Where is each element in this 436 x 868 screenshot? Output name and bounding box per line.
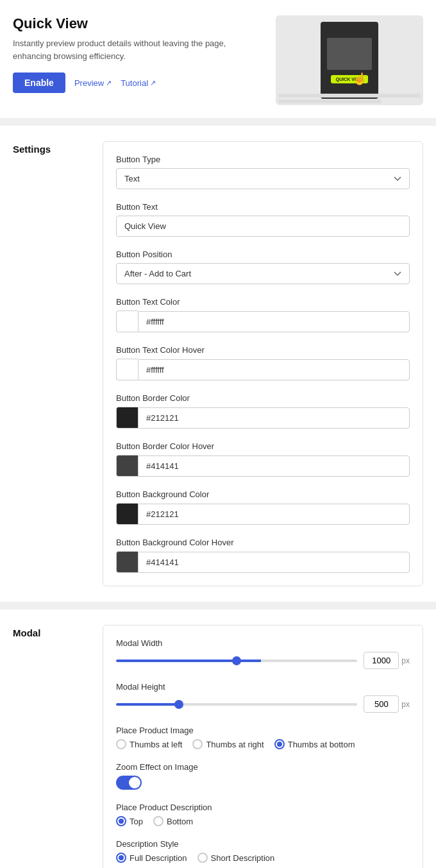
- button-type-label: Button Type: [116, 155, 410, 164]
- button-border-color-swatch[interactable]: [116, 407, 138, 429]
- button-background-color-hover-input[interactable]: [138, 552, 410, 573]
- description-bottom-label: Bottom: [167, 817, 193, 826]
- thumbs-left-label: Thumbs at left: [130, 740, 182, 749]
- cursor-icon: ☝: [353, 72, 367, 86]
- button-text-label: Button Text: [116, 202, 410, 212]
- settings-panel: Button Type Text Icon Icon + Text Button…: [103, 141, 423, 586]
- thumbs-right-label: Thumbs at right: [206, 740, 264, 749]
- modal-width-value-box: px: [364, 652, 410, 669]
- button-position-select[interactable]: After - Add to Cart Before - Add to Cart…: [116, 263, 410, 284]
- button-text-color-input[interactable]: [138, 311, 410, 332]
- thumbs-left-option[interactable]: Thumbs at left: [116, 739, 182, 749]
- description-bottom-radio[interactable]: [153, 816, 164, 826]
- place-product-description-label: Place Product Description: [116, 803, 410, 812]
- button-text-input[interactable]: [116, 216, 410, 237]
- button-text-color-swatch[interactable]: [116, 311, 138, 332]
- modal-height-unit: px: [401, 700, 410, 709]
- place-product-description-options: Top Bottom: [116, 816, 410, 826]
- thumbs-left-radio[interactable]: [116, 739, 126, 749]
- button-border-color-hover-input[interactable]: [138, 455, 410, 477]
- short-description-option[interactable]: Short Description: [197, 853, 275, 863]
- button-text-field: Button Text: [116, 202, 410, 237]
- thumbs-bottom-radio[interactable]: [274, 739, 285, 749]
- button-background-color-input[interactable]: [138, 504, 410, 525]
- hero-actions: Enable Preview Tutorial: [13, 72, 263, 93]
- button-background-color-input-group: [116, 503, 410, 525]
- modal-width-slider[interactable]: [116, 660, 357, 662]
- modal-height-value-box: px: [364, 695, 410, 713]
- button-background-color-hover-field: Button Background Color Hover: [116, 538, 410, 573]
- description-style-options: Full Description Short Description: [116, 853, 410, 863]
- button-text-color-hover-input-group: [116, 359, 410, 380]
- preview-link[interactable]: Preview: [74, 78, 112, 88]
- settings-section: Settings Button Type Text Icon Icon + Te…: [0, 126, 436, 602]
- modal-section: Modal Modal Width px Modal Height: [0, 609, 436, 868]
- full-description-radio[interactable]: [116, 853, 126, 863]
- button-border-color-hover-input-group: [116, 455, 410, 477]
- short-description-radio[interactable]: [197, 853, 208, 863]
- thumbs-right-option[interactable]: Thumbs at right: [192, 739, 264, 749]
- full-description-label: Full Description: [130, 853, 187, 863]
- button-text-color-input-group: [116, 311, 410, 332]
- full-description-option[interactable]: Full Description: [116, 853, 187, 863]
- place-product-image-options: Thumbs at left Thumbs at right Thumbs at…: [116, 739, 410, 749]
- thumbs-bottom-option[interactable]: Thumbs at bottom: [274, 739, 355, 749]
- modal-width-label: Modal Width: [116, 638, 410, 648]
- button-border-color-hover-field: Button Border Color Hover: [116, 441, 410, 477]
- button-text-color-hover-field: Button Text Color Hover: [116, 345, 410, 380]
- enable-button[interactable]: Enable: [13, 72, 65, 93]
- description-style-label: Description Style: [116, 839, 410, 849]
- button-background-color-swatch[interactable]: [116, 503, 138, 525]
- short-description-label: Short Description: [211, 853, 275, 863]
- zoom-effect-field: Zoom Effect on Image: [116, 762, 410, 790]
- hero-title: Quick View: [13, 15, 263, 32]
- description-bottom-option[interactable]: Bottom: [153, 816, 193, 826]
- button-text-color-hover-swatch[interactable]: [116, 359, 138, 380]
- button-border-color-hover-swatch[interactable]: [116, 455, 138, 477]
- button-position-field: Button Position After - Add to Cart Befo…: [116, 250, 410, 284]
- modal-height-label: Modal Height: [116, 682, 410, 692]
- modal-height-input[interactable]: [364, 695, 399, 713]
- modal-width-field: Modal Width px: [116, 638, 410, 669]
- button-text-color-field: Button Text Color: [116, 297, 410, 332]
- hero-left: Quick View Instantly preview product det…: [13, 15, 276, 93]
- button-text-color-hover-label: Button Text Color Hover: [116, 345, 410, 355]
- button-text-color-label: Button Text Color: [116, 297, 410, 307]
- tutorial-link[interactable]: Tutorial: [121, 78, 156, 88]
- button-border-color-label: Button Border Color: [116, 393, 410, 403]
- preview-bg-lines: [276, 92, 423, 105]
- button-background-color-hover-swatch[interactable]: [116, 551, 138, 573]
- thumbs-bottom-label: Thumbs at bottom: [288, 740, 355, 749]
- zoom-effect-toggle[interactable]: [116, 776, 142, 790]
- button-text-color-hover-input[interactable]: [138, 359, 410, 380]
- modal-width-input[interactable]: [364, 652, 399, 669]
- button-type-select[interactable]: Text Icon Icon + Text: [116, 168, 410, 189]
- modal-width-unit: px: [401, 656, 410, 665]
- thumbs-right-radio[interactable]: [192, 739, 203, 749]
- description-top-radio[interactable]: [116, 816, 126, 826]
- settings-label: Settings: [13, 141, 90, 586]
- zoom-effect-label: Zoom Effect on Image: [116, 762, 410, 772]
- button-border-color-input[interactable]: [138, 407, 410, 429]
- button-border-color-hover-label: Button Border Color Hover: [116, 441, 410, 451]
- hero-description: Instantly preview product details withou…: [13, 37, 263, 62]
- place-product-image-field: Place Product Image Thumbs at left Thumb…: [116, 726, 410, 749]
- modal-width-slider-row: px: [116, 652, 410, 669]
- description-top-label: Top: [130, 817, 143, 826]
- description-style-field: Description Style Full Description Short…: [116, 839, 410, 863]
- modal-height-slider-row: px: [116, 695, 410, 713]
- modal-label: Modal: [13, 625, 90, 868]
- hero-section: Quick View Instantly preview product det…: [0, 0, 436, 118]
- modal-panel: Modal Width px Modal Height px: [103, 625, 423, 868]
- modal-height-field: Modal Height px: [116, 682, 410, 713]
- button-background-color-hover-label: Button Background Color Hover: [116, 538, 410, 547]
- place-product-image-label: Place Product Image: [116, 726, 410, 735]
- modal-height-slider[interactable]: [116, 703, 357, 706]
- preview-mockup: QUICK VIEW ☝: [321, 22, 378, 99]
- button-background-color-field: Button Background Color: [116, 489, 410, 525]
- place-product-description-field: Place Product Description Top Bottom: [116, 803, 410, 826]
- button-background-color-hover-input-group: [116, 551, 410, 573]
- button-position-label: Button Position: [116, 250, 410, 259]
- button-background-color-label: Button Background Color: [116, 489, 410, 499]
- description-top-option[interactable]: Top: [116, 816, 143, 826]
